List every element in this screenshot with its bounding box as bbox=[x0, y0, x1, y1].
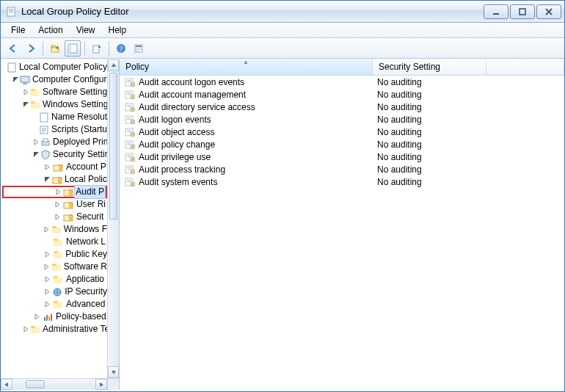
back-button[interactable] bbox=[5, 40, 21, 57]
policy-row[interactable]: Audit account managementNo auditing bbox=[120, 88, 564, 101]
close-button[interactable] bbox=[536, 4, 561, 19]
collapse-icon[interactable] bbox=[12, 76, 19, 84]
policy-row[interactable]: Audit system eventsNo auditing bbox=[120, 175, 564, 188]
collapse-icon[interactable] bbox=[43, 175, 51, 184]
expand-icon[interactable] bbox=[54, 213, 62, 221]
tree-app-control[interactable]: Applicatio bbox=[2, 273, 107, 286]
policy-name: Audit object access bbox=[139, 127, 214, 137]
show-hide-tree-button[interactable] bbox=[65, 40, 81, 57]
svg-rect-65 bbox=[127, 94, 131, 95]
svg-rect-41 bbox=[54, 240, 62, 246]
tree-windows-settings[interactable]: Windows Settings bbox=[2, 98, 107, 111]
maximize-button[interactable] bbox=[510, 4, 535, 19]
menu-file[interactable]: File bbox=[5, 23, 31, 37]
tree-scripts[interactable]: Scripts (Startu bbox=[2, 123, 107, 136]
expand-icon[interactable] bbox=[23, 325, 29, 333]
column-spacer[interactable] bbox=[486, 59, 564, 75]
collapse-icon[interactable] bbox=[23, 101, 29, 109]
tree-label: Local Polic bbox=[65, 173, 107, 186]
expand-icon[interactable] bbox=[43, 225, 51, 233]
expand-icon[interactable] bbox=[54, 200, 62, 208]
scroll-left-icon[interactable] bbox=[1, 379, 12, 390]
tree-audit-policy[interactable]: Audit P bbox=[2, 186, 107, 198]
tree-user-rights[interactable]: User Ri bbox=[2, 198, 107, 211]
export-button[interactable] bbox=[89, 40, 105, 57]
tree-software-restrict[interactable]: Software R bbox=[2, 261, 107, 273]
expand-icon[interactable] bbox=[43, 250, 51, 258]
tree[interactable]: Local Computer Policy Computer Configura… bbox=[1, 59, 107, 337]
tree-ip-security[interactable]: IP Security bbox=[2, 286, 107, 298]
tree-security-options[interactable]: Securit bbox=[2, 211, 107, 223]
policy-row[interactable]: Audit logon eventsNo auditing bbox=[120, 113, 564, 126]
tree-public-key[interactable]: Public Key bbox=[2, 248, 107, 261]
tree-software-settings[interactable]: Software Settings bbox=[2, 86, 107, 98]
expand-icon[interactable] bbox=[43, 288, 51, 296]
up-button[interactable] bbox=[47, 40, 63, 57]
policy-row[interactable]: Audit account logon eventsNo auditing bbox=[120, 76, 564, 88]
window-title: Local Group Policy Editor bbox=[21, 6, 482, 17]
policy-row[interactable]: Audit privilege useNo auditing bbox=[120, 150, 564, 163]
tree-security-settings[interactable]: Security Settin bbox=[2, 148, 107, 161]
tree-admin-templates[interactable]: Administrative Te bbox=[2, 323, 107, 335]
svg-rect-80 bbox=[127, 131, 131, 132]
policy-name: Audit account logon events bbox=[139, 77, 244, 87]
tree-label: Software R bbox=[64, 261, 107, 273]
policy-row[interactable]: Audit policy changeNo auditing bbox=[120, 138, 564, 150]
minimize-button[interactable] bbox=[484, 4, 508, 19]
forward-button[interactable] bbox=[23, 40, 39, 57]
column-policy[interactable]: ▲ Policy bbox=[120, 59, 373, 75]
sort-asc-icon: ▲ bbox=[243, 59, 249, 65]
policy-row[interactable]: Audit process trackingNo auditing bbox=[120, 163, 564, 175]
svg-rect-60 bbox=[127, 81, 131, 82]
expand-icon[interactable] bbox=[55, 188, 62, 196]
expand-icon[interactable] bbox=[43, 275, 51, 283]
menu-action[interactable]: Action bbox=[32, 23, 68, 37]
policy-row[interactable]: Audit directory service accessNo auditin… bbox=[120, 101, 564, 113]
help-button[interactable]: ? bbox=[113, 40, 129, 57]
expand-icon[interactable] bbox=[43, 163, 51, 171]
tree-horizontal-scrollbar[interactable] bbox=[1, 378, 107, 390]
folder-lock-icon bbox=[63, 186, 73, 198]
policy-name: Audit directory service access bbox=[139, 102, 255, 112]
tree-account-policies[interactable]: Account P bbox=[2, 161, 107, 173]
tree-name-resolution[interactable]: Name Resolut bbox=[2, 111, 107, 123]
expand-icon[interactable] bbox=[43, 300, 51, 308]
svg-rect-32 bbox=[58, 180, 62, 184]
expand-icon[interactable] bbox=[23, 88, 29, 96]
properties-button[interactable] bbox=[131, 40, 147, 57]
app-icon bbox=[5, 6, 17, 18]
expand-icon[interactable] bbox=[33, 138, 40, 146]
menu-view[interactable]: View bbox=[70, 23, 101, 37]
tree-advanced[interactable]: Advanced bbox=[2, 298, 107, 311]
scroll-down-icon[interactable] bbox=[108, 366, 119, 378]
expand-icon[interactable] bbox=[43, 263, 51, 271]
scroll-right-icon[interactable] bbox=[95, 379, 107, 390]
menu-help[interactable]: Help bbox=[103, 23, 133, 37]
svg-rect-28 bbox=[43, 139, 48, 142]
expand-icon[interactable] bbox=[33, 313, 41, 321]
svg-rect-92 bbox=[132, 159, 134, 160]
column-setting[interactable]: Security Setting bbox=[373, 59, 486, 75]
scroll-thumb[interactable] bbox=[109, 73, 117, 219]
tree-local-policies[interactable]: Local Polic bbox=[2, 173, 107, 186]
svg-rect-75 bbox=[127, 119, 131, 120]
collapse-icon[interactable] bbox=[33, 150, 40, 159]
tree-policy-based[interactable]: Policy-based bbox=[2, 311, 107, 323]
tree-label: Windows F bbox=[64, 223, 107, 236]
tree-vertical-scrollbar[interactable] bbox=[107, 59, 119, 378]
tree-network-list[interactable]: Network L bbox=[2, 236, 107, 248]
policy-row[interactable]: Audit object accessNo auditing bbox=[120, 126, 564, 138]
tree-windows-firewall[interactable]: Windows F bbox=[2, 223, 107, 236]
scroll-thumb[interactable] bbox=[26, 380, 45, 388]
svg-rect-97 bbox=[132, 171, 134, 173]
scroll-up-icon[interactable] bbox=[108, 59, 119, 71]
tree-deployed-printers[interactable]: Deployed Prin bbox=[2, 136, 107, 148]
tree-root[interactable]: Local Computer Policy bbox=[2, 61, 107, 73]
svg-rect-38 bbox=[69, 217, 73, 221]
list-body[interactable]: Audit account logon eventsNo auditingAud… bbox=[120, 76, 564, 390]
policy-icon bbox=[124, 176, 136, 188]
folder-icon bbox=[51, 261, 62, 273]
policy-icon bbox=[124, 76, 136, 88]
svg-rect-21 bbox=[31, 90, 40, 96]
tree-computer-config[interactable]: Computer Configura bbox=[2, 73, 107, 86]
